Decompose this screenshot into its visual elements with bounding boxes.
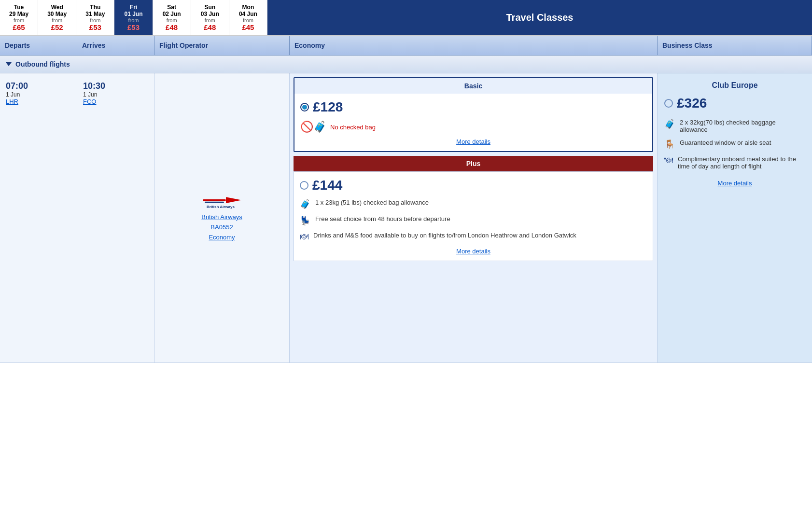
business-radio[interactable] <box>664 99 673 108</box>
plus-price: £144 <box>312 178 342 193</box>
day-name: Sat <box>155 4 189 11</box>
plus-feature-1-text: 1 x 23kg (51 lbs) checked bag allowance <box>315 199 429 206</box>
basic-panel: Basic £128 🚫🧳 No checked bag More detail… <box>294 77 653 152</box>
date-text: 31 May <box>78 11 112 17</box>
seat-icon: 💺 <box>300 215 310 226</box>
date-price: £52 <box>40 23 74 31</box>
plus-radio[interactable] <box>300 181 308 190</box>
date-cell-1[interactable]: Wed 30 May from £52 <box>38 0 76 35</box>
arrive-date: 1 Jun <box>83 91 148 98</box>
date-text: 02 Jun <box>155 11 189 17</box>
business-cell: Club Europe £326 🧳 2 x 32kg(70 lbs) chec… <box>658 73 812 362</box>
flight-number-link[interactable]: BA0552 <box>210 223 233 231</box>
plus-more-details-container: More details <box>300 248 647 255</box>
svg-text:British Airways: British Airways <box>207 204 235 209</box>
plus-feature-2-text: Free seat choice from 48 hours before de… <box>315 215 450 223</box>
business-more-details-link[interactable]: More details <box>718 180 752 187</box>
economy-cell: Basic £128 🚫🧳 No checked bag More detail… <box>290 73 658 362</box>
plus-more-details-link[interactable]: More details <box>456 248 490 255</box>
no-bag-label: No checked bag <box>330 124 376 131</box>
date-price: £48 <box>155 23 189 31</box>
arrive-airport[interactable]: FCO <box>83 98 148 105</box>
business-feature-3: 🍽 Complimentary onboard meal suited to t… <box>664 155 805 170</box>
from-label: from <box>116 17 150 23</box>
business-feature-1-text: 2 x 32kg(70 lbs) checked baggage allowan… <box>680 119 805 133</box>
depart-date: 1 Jun <box>6 91 71 98</box>
day-name: Fri <box>116 4 150 11</box>
date-text: 29 May <box>2 11 36 17</box>
date-selector-bar: Tue 29 May from £65 Wed 30 May from £52 … <box>0 0 812 36</box>
day-name: Tue <box>2 4 36 11</box>
departs-cell: 07:00 1 Jun LHR <box>0 73 77 362</box>
airline-logo: British Airways <box>203 195 241 210</box>
business-price-row: £326 <box>664 96 805 111</box>
airline-name-link[interactable]: British Airways <box>201 213 242 221</box>
depart-airport[interactable]: LHR <box>6 98 71 105</box>
date-price: £53 <box>116 23 150 31</box>
business-title: Club Europe <box>664 81 805 90</box>
depart-time: 07:00 <box>6 81 71 91</box>
no-bag-row: 🚫🧳 No checked bag <box>300 121 646 133</box>
date-text: 03 Jun <box>193 11 227 17</box>
svg-rect-0 <box>203 199 226 201</box>
basic-radio[interactable] <box>300 103 309 111</box>
col-header-business: Business Class <box>658 36 812 55</box>
business-meal-icon: 🍽 <box>664 155 673 166</box>
basic-panel-body: £128 🚫🧳 No checked bag More details <box>294 94 652 151</box>
cabin-class-link[interactable]: Economy <box>209 234 235 241</box>
day-name: Sun <box>193 4 227 11</box>
plus-panel: Plus £144 🧳 1 x 23kg (51 lbs) checked ba… <box>294 156 653 261</box>
basic-panel-header: Basic <box>294 78 652 94</box>
basic-more-details-link[interactable]: More details <box>456 138 490 145</box>
date-price: £48 <box>193 23 227 31</box>
date-price: £53 <box>78 23 112 31</box>
operator-cell: British Airways British Airways BA0552 E… <box>154 73 290 362</box>
arrives-cell: 10:30 1 Jun FCO <box>77 73 154 362</box>
business-more-details-container: More details <box>664 180 805 187</box>
col-header-economy: Economy <box>290 36 658 55</box>
business-bag-icon: 🧳 <box>664 119 675 129</box>
day-name: Wed <box>40 4 74 11</box>
plus-price-row: £144 <box>300 178 647 193</box>
date-price: £65 <box>2 23 36 31</box>
plus-feature-3-text: Drinks and M&S food available to buy on … <box>313 232 576 239</box>
date-cell-4[interactable]: Sat 02 Jun from £48 <box>153 0 191 35</box>
from-label: from <box>231 17 265 23</box>
outbound-section-heading: Outbound flights <box>0 56 812 73</box>
col-header-arrives: Arrives <box>77 36 154 55</box>
svg-rect-1 <box>205 201 224 202</box>
date-text: 04 Jun <box>231 11 265 17</box>
section-heading-text: Outbound flights <box>15 60 70 68</box>
from-label: from <box>193 17 227 23</box>
date-text: 01 Jun <box>116 11 150 17</box>
business-feature-1: 🧳 2 x 32kg(70 lbs) checked baggage allow… <box>664 119 805 133</box>
date-cell-2[interactable]: Thu 31 May from £53 <box>76 0 114 35</box>
plus-feature-2: 💺 Free seat choice from 48 hours before … <box>300 215 647 226</box>
bag-icon: 🧳 <box>300 199 310 209</box>
plus-feature-3: 🍽 Drinks and M&S food available to buy o… <box>300 232 647 242</box>
business-feature-2: 🪑 Guaranteed window or aisle seat <box>664 139 805 150</box>
business-seat-icon: 🪑 <box>664 139 675 150</box>
date-cell-0[interactable]: Tue 29 May from £65 <box>0 0 38 35</box>
col-header-departs: Departs <box>0 36 77 55</box>
basic-price-row: £128 <box>300 99 646 115</box>
travel-classes-title: Travel Classes <box>506 12 574 23</box>
day-name: Mon <box>231 4 265 11</box>
column-headers: Departs Arrives Flight Operator Economy … <box>0 36 812 56</box>
collapse-arrow-icon[interactable] <box>6 62 12 66</box>
arrive-time: 10:30 <box>83 81 148 91</box>
col-header-operator: Flight Operator <box>154 36 290 55</box>
no-bag-icon: 🚫🧳 <box>300 121 326 133</box>
from-label: from <box>155 17 189 23</box>
from-label: from <box>78 17 112 23</box>
date-price: £45 <box>231 23 265 31</box>
basic-price: £128 <box>313 99 343 115</box>
date-cell-3[interactable]: Fri 01 Jun from £53 <box>114 0 153 35</box>
plus-feature-1: 🧳 1 x 23kg (51 lbs) checked bag allowanc… <box>300 199 647 209</box>
date-cell-6[interactable]: Mon 04 Jun from £45 <box>229 0 267 35</box>
business-feature-2-text: Guaranteed window or aisle seat <box>680 139 771 146</box>
day-name: Thu <box>78 4 112 11</box>
travel-classes-header: Travel Classes <box>267 0 812 35</box>
plus-panel-body: £144 🧳 1 x 23kg (51 lbs) checked bag all… <box>294 171 653 261</box>
date-cell-5[interactable]: Sun 03 Jun from £48 <box>191 0 229 35</box>
